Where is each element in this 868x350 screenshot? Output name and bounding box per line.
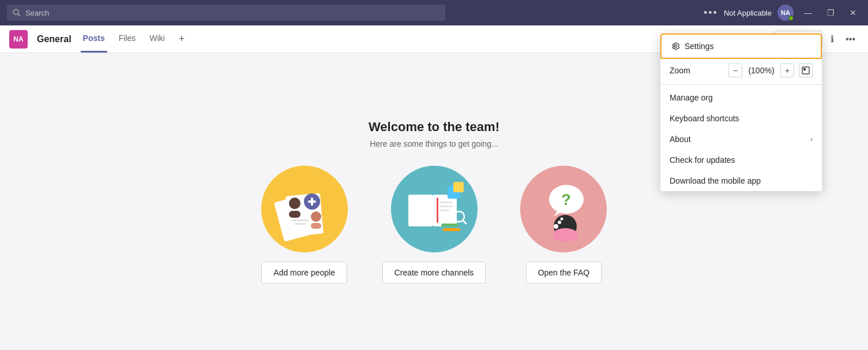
svg-rect-23	[453, 182, 464, 192]
svg-rect-10	[308, 200, 316, 203]
channel-name: General	[37, 34, 72, 44]
welcome-title: Welcome to the team!	[369, 120, 499, 135]
about-item[interactable]: About ›	[660, 129, 822, 150]
titlebar-right: ••• Not Applicable NA — ❐ ✕	[704, 5, 861, 21]
tab-wiki[interactable]: Wiki	[147, 25, 167, 53]
svg-point-36	[561, 218, 563, 221]
welcome-section: Welcome to the team! Here are some thing…	[369, 120, 499, 148]
add-people-button[interactable]: Add more people	[261, 262, 347, 284]
add-people-illustration	[261, 166, 348, 252]
search-placeholder: Search	[25, 9, 49, 17]
svg-rect-24	[443, 228, 460, 231]
presence-indicator	[788, 16, 794, 21]
minimize-button[interactable]: —	[799, 7, 817, 18]
svg-rect-16	[408, 195, 433, 226]
svg-rect-25	[441, 224, 459, 226]
close-button[interactable]: ✕	[845, 7, 861, 18]
svg-rect-20	[440, 206, 453, 207]
settings-label: Settings	[685, 42, 714, 51]
keyboard-shortcuts-item[interactable]: Keyboard shortcuts	[660, 108, 822, 129]
faq-button[interactable]: Open the FAQ	[526, 262, 602, 284]
info-button[interactable]: ℹ	[827, 31, 837, 47]
svg-line-1	[18, 14, 20, 16]
svg-point-35	[558, 221, 561, 224]
settings-menu-item[interactable]: Settings	[660, 33, 822, 59]
svg-rect-38	[803, 68, 806, 70]
avatar[interactable]: NA	[777, 5, 794, 21]
svg-rect-21	[440, 210, 449, 211]
search-icon	[13, 9, 21, 17]
cards-row: Add more people	[261, 166, 607, 284]
svg-rect-13	[291, 219, 309, 221]
tab-posts[interactable]: Posts	[81, 25, 107, 53]
welcome-subtitle: Here are some things to get going...	[369, 139, 499, 148]
team-avatar: NA	[9, 30, 28, 49]
user-name: Not Applicable	[724, 9, 772, 17]
search-bar[interactable]: Search	[7, 5, 445, 21]
svg-point-11	[311, 211, 321, 222]
more-options-button[interactable]: •••	[704, 7, 718, 19]
gear-icon	[671, 42, 680, 51]
create-channels-illustration	[391, 166, 478, 252]
zoom-value: (100%)	[747, 66, 776, 75]
divider-1	[660, 84, 822, 85]
svg-rect-12	[311, 223, 321, 229]
dropdown-menu: Settings Zoom − (100%) + Manage org Keyb…	[660, 33, 822, 191]
zoom-in-button[interactable]: +	[780, 64, 794, 77]
restore-button[interactable]: ❐	[822, 7, 839, 18]
create-channels-button[interactable]: Create more channels	[382, 262, 486, 284]
svg-rect-19	[440, 202, 453, 203]
svg-rect-7	[289, 211, 300, 218]
zoom-label: Zoom	[670, 66, 724, 75]
fullscreen-button[interactable]	[799, 64, 813, 77]
tab-files[interactable]: Files	[117, 25, 138, 53]
svg-rect-14	[294, 223, 306, 225]
faq-card: ? Open the FAQ	[520, 166, 607, 284]
svg-point-6	[289, 198, 300, 209]
svg-rect-18	[437, 198, 438, 223]
svg-point-30	[553, 228, 578, 242]
download-app-item[interactable]: Download the mobile app	[660, 170, 822, 191]
create-channels-card: Create more channels	[382, 166, 486, 284]
svg-point-34	[554, 224, 558, 229]
check-updates-item[interactable]: Check for updates	[660, 150, 822, 170]
manage-org-item[interactable]: Manage org	[660, 87, 822, 108]
add-tab-button[interactable]: +	[176, 33, 187, 45]
titlebar: Search ••• Not Applicable NA — ❐ ✕	[0, 0, 868, 25]
zoom-row: Zoom − (100%) +	[660, 59, 822, 82]
channel-more-button[interactable]: •••	[842, 32, 859, 47]
zoom-out-button[interactable]: −	[728, 64, 742, 77]
add-people-card: Add more people	[261, 166, 348, 284]
faq-illustration: ?	[520, 166, 607, 252]
svg-text:?: ?	[561, 191, 571, 208]
about-chevron-icon: ›	[810, 135, 813, 143]
